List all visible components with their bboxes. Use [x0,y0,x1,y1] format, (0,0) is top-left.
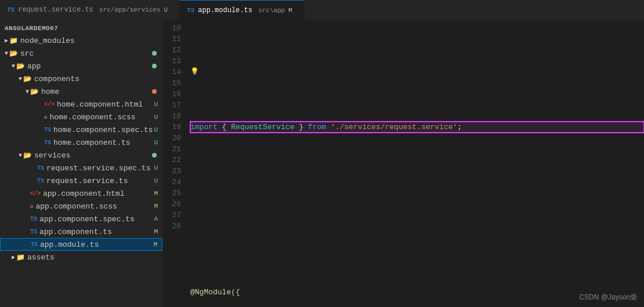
sidebar-item-app[interactable]: ▼ 📂 app [0,60,162,72]
sidebar-item-app-html[interactable]: </> app.component.html M [0,187,162,200]
ln-25: 25 [162,188,181,199]
ts-icon-2: TS [187,7,194,14]
project-title: ANGULARDEMO07 [0,23,162,34]
chevron-down-icon-services: ▼ [19,152,22,159]
sidebar-item-request-spec[interactable]: TS request.service.spec.ts U [0,162,162,174]
import-path: './services/request.service' [331,122,457,133]
ln-22: 22 [162,155,181,166]
request-spec-badge: U [154,165,158,171]
tab-app-module[interactable]: TS app.module.ts src\app M [180,0,305,20]
folder-components-icon: 📂 [23,75,32,83]
home-spec-badge: U [154,126,158,133]
ts-icon-req: TS [37,178,44,184]
code-content: 💡 import { RequestService } from './serv… [190,23,644,307]
code-area: 10 11 12 13 14 15 16 17 18 19 20 21 22 2… [162,20,644,307]
folder-home-icon: 📂 [30,87,39,96]
tab-app-module-path: src\app [258,7,285,14]
ln-13: 13 [162,56,181,67]
services-dot [152,153,157,158]
sidebar-item-src[interactable]: ▼ 📂 src [0,47,162,60]
punct-1: { [218,122,231,133]
node-modules-label: node_modules [20,36,75,45]
tab-bar: TS request.service.ts src/app/services U… [0,0,644,20]
sidebar-item-services[interactable]: ▼ 📂 services [0,149,162,162]
editor[interactable]: 10 11 12 13 14 15 16 17 18 19 20 21 22 2… [162,20,644,307]
ts-icon-app-ts: TS [30,229,37,235]
watermark: CSDN @Jayson柴 [579,293,637,302]
chevron-down-icon-app: ▼ [12,63,15,70]
chevron-down-icon-components: ▼ [19,76,22,82]
home-html-badge: U [154,101,158,108]
app-spec-label: app.component.spec.ts [39,215,135,224]
ln-26: 26 [162,199,181,210]
ln-12: 12 [162,45,181,56]
paren-open: ({ [231,287,240,298]
folder-app-icon: 📂 [16,62,25,71]
app-module-label: app.module.ts [40,240,99,249]
home-html-label: home.component.html [57,100,143,109]
ln-21: 21 [162,144,181,155]
app-label: app [27,62,41,71]
tab-request-service[interactable]: TS request.service.ts src/app/services U [0,0,180,20]
punct-2: } [294,122,307,133]
code-line-11: import { RequestService } from './servic… [190,122,644,133]
tab-app-module-label: app.module.ts [198,6,252,14]
ts-icon-req-spec: TS [37,165,44,171]
app-ts-label: app.component.ts [39,228,112,236]
folder-icon: 📁 [9,36,18,45]
chevron-right-icon-assets: ▶ [12,254,15,261]
chevron-right-icon: ▶ [5,37,8,44]
folder-services-icon: 📂 [23,151,32,160]
src-modified-dot [152,51,157,56]
app-html-label: app.component.html [43,189,124,198]
sidebar-item-app-ts[interactable]: TS app.component.ts M [0,225,162,238]
ts-icon: TS [7,6,15,13]
sidebar-item-request-ts[interactable]: TS request.service.ts U [0,174,162,187]
sidebar-item-home-scss[interactable]: ✿ home.component.scss U [0,111,162,123]
sidebar-item-assets[interactable]: ▶ 📁 assets [0,251,162,264]
app-scss-label: app.component.scss [35,202,117,211]
home-dot [152,89,157,94]
sidebar-item-home[interactable]: ▼ 📂 home [0,85,162,98]
services-label: services [34,151,70,160]
home-scss-label: home.component.scss [49,113,135,122]
ln-23: 23 [162,166,181,177]
components-label: components [34,75,79,83]
sidebar: ANGULARDEMO07 ▶ 📁 node_modules ▼ 📂 src ▼… [0,20,162,307]
home-ts-badge: U [154,139,158,146]
sidebar-item-home-spec[interactable]: TS home.component.spec.ts U [0,123,162,136]
main-area: ANGULARDEMO07 ▶ 📁 node_modules ▼ 📂 src ▼… [0,20,644,307]
ln-27: 27 [162,210,181,221]
scss-icon-app: ✿ [30,203,33,210]
request-spec-label: request.service.spec.ts [46,164,150,173]
sidebar-item-home-ts[interactable]: TS home.component.ts U [0,136,162,149]
sidebar-item-app-spec[interactable]: TS app.component.spec.ts A [0,213,162,225]
sidebar-item-home-html[interactable]: </> home.component.html U [0,98,162,111]
sidebar-item-app-scss[interactable]: ✿ app.component.scss M [0,200,162,213]
html-icon-app: </> [30,191,41,197]
ln-14: 14 [162,67,181,78]
request-service-name: RequestService [231,122,294,133]
home-label: home [41,87,59,96]
sidebar-item-components[interactable]: ▼ 📂 components [0,72,162,85]
ln-10: 10 [162,23,181,34]
tab-request-service-badge: U [164,6,168,13]
ts-icon-home-spec: TS [44,127,51,133]
tab-request-service-label: request.service.ts [18,6,93,14]
ln-17: 17 [162,100,181,111]
from-keyword: from [308,122,326,133]
code-line-10: 💡 [190,67,644,78]
sidebar-item-node-modules[interactable]: ▶ 📁 node_modules [0,34,162,47]
folder-open-icon: 📂 [9,49,18,58]
chevron-down-icon: ▼ [5,50,8,57]
assets-label: assets [27,253,55,262]
scss-icon: ✿ [44,114,47,120]
ln-24: 24 [162,177,181,188]
app-html-badge: M [154,190,158,197]
ln-15: 15 [162,78,181,89]
request-ts-badge: U [154,177,158,184]
ln-18: 18 [162,111,181,122]
sidebar-item-app-module[interactable]: TS app.module.ts M [0,238,162,251]
code-line-14: @NgModule({ [190,287,644,298]
ts-icon-app-spec: TS [30,216,37,222]
